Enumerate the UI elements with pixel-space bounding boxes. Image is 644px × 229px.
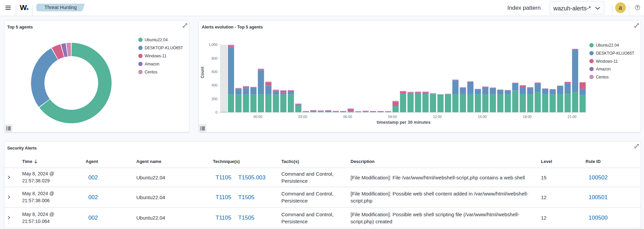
svg-text:21:00: 21:00 (568, 115, 577, 119)
svg-text:0: 0 (216, 110, 218, 114)
svg-text:600: 600 (212, 70, 218, 74)
svg-text:Amazon: Amazon (596, 67, 611, 71)
svg-text:00:00: 00:00 (254, 115, 262, 119)
svg-text:12:00: 12:00 (433, 115, 442, 119)
svg-text:Windows-11: Windows-11 (145, 54, 167, 58)
svg-text:Ubuntu22.04: Ubuntu22.04 (596, 43, 619, 48)
svg-text:200: 200 (212, 97, 218, 101)
svg-text:1,000: 1,000 (209, 43, 217, 47)
svg-text:06:00: 06:00 (343, 115, 352, 119)
svg-text:DESKTOP-KLUO65T: DESKTOP-KLUO65T (145, 46, 183, 50)
svg-text:Centos: Centos (596, 75, 609, 79)
svg-text:18:00: 18:00 (523, 115, 532, 119)
svg-text:15:00: 15:00 (478, 115, 487, 119)
svg-text:Windows-11: Windows-11 (596, 59, 618, 64)
svg-text:Ubuntu22.04: Ubuntu22.04 (145, 38, 168, 42)
svg-text:DESKTOP-KLUO65T: DESKTOP-KLUO65T (596, 51, 635, 56)
svg-text:400: 400 (212, 83, 218, 87)
svg-text:Centos: Centos (145, 70, 157, 74)
svg-text:Amazon: Amazon (145, 62, 159, 66)
svg-text:09:00: 09:00 (388, 115, 397, 119)
svg-text:03:00: 03:00 (298, 115, 307, 119)
svg-text:800: 800 (212, 56, 218, 60)
